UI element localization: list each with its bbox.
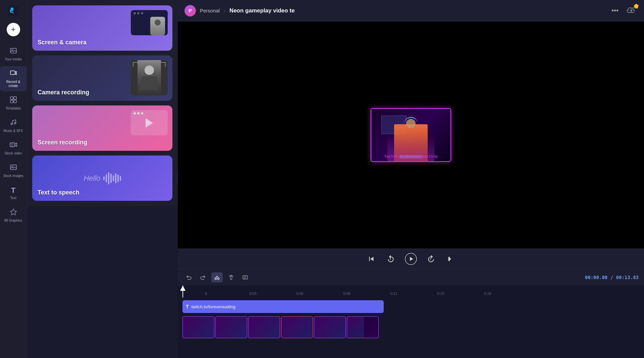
cut-button[interactable] — [211, 272, 223, 282]
svg-point-9 — [11, 123, 12, 125]
wave-bar-3 — [108, 172, 109, 184]
playback-controls: 5 5 — [178, 249, 644, 269]
skip-to-end-icon — [446, 255, 455, 263]
video-thumb-2-inner — [216, 317, 247, 338]
workspace-avatar: P — [184, 5, 196, 16]
timeline-toolbar: 00:00.00 / 00:13.83 — [178, 269, 644, 285]
svg-text:C: C — [10, 8, 13, 14]
video-thumb-5[interactable] — [314, 316, 346, 338]
svg-rect-2 — [10, 48, 16, 53]
skip-to-end-button[interactable] — [444, 253, 457, 265]
video-thumb-4[interactable] — [281, 316, 313, 338]
redo-button[interactable] — [197, 272, 209, 282]
camera-recording-label: Camera recording — [38, 89, 89, 96]
play-button[interactable] — [404, 252, 418, 266]
video-thumb-1[interactable] — [182, 316, 214, 338]
ruler-label-12: 0:12 — [390, 292, 397, 296]
caption-button[interactable] — [239, 272, 251, 282]
record-create-icon — [10, 70, 17, 79]
wave-bar-5 — [113, 175, 114, 181]
add-button[interactable]: + — [7, 23, 20, 36]
ruler-mark-12: 0:12 — [370, 292, 417, 296]
sidebar-item-stock-video[interactable]: Stock video — [0, 138, 26, 159]
timecode-total: 00:13.83 — [616, 275, 639, 280]
rewind-button[interactable]: 5 — [384, 253, 397, 265]
svg-point-22 — [215, 278, 217, 279]
gaming-thumbnail: twitch.tv/foreverwaiting — [371, 108, 451, 162]
video-preview: twitch.tv/foreverwaiting — [178, 21, 644, 249]
templates-icon — [10, 96, 17, 105]
playhead-head — [180, 285, 185, 291]
delete-icon — [228, 274, 234, 280]
record-create-panel: Screen & camera Camera recording — [27, 0, 178, 206]
play-icon — [405, 253, 417, 265]
skip-to-start-button[interactable] — [365, 253, 378, 265]
person-head — [155, 19, 161, 26]
undo-button[interactable] — [183, 272, 195, 282]
project-title: Neon gameplay video te — [229, 7, 605, 14]
stock-images-icon — [10, 164, 17, 173]
sidebar-item-templates[interactable]: Templates — [0, 93, 26, 114]
video-thumb-3[interactable] — [248, 316, 280, 338]
screen-recording-preview — [131, 110, 168, 135]
stock-video-label: Stock video — [5, 151, 22, 155]
text-label: Text — [10, 196, 16, 200]
ruler-label-9: 0:09 — [343, 292, 350, 296]
text-track-icon: T — [186, 304, 189, 309]
sidebar-item-graphics[interactable]: 88 Graphics — [0, 205, 26, 226]
ruler-label-15: 0:15 — [437, 292, 444, 296]
playhead[interactable] — [182, 285, 183, 298]
cloud-save-button[interactable] — [625, 5, 637, 16]
svg-marker-16 — [10, 209, 16, 215]
screen-camera-card[interactable]: Screen & camera — [32, 5, 172, 51]
sidebar-item-music-sfx[interactable]: Music & SFX — [0, 115, 26, 136]
svg-point-15 — [12, 166, 13, 167]
more-options-button[interactable]: ••• — [609, 5, 621, 16]
wave-bar-6 — [115, 173, 116, 183]
text-track[interactable]: T twitch.tv/foreverwaiting — [182, 300, 384, 313]
delete-button[interactable] — [225, 272, 237, 282]
record-create-label: Record &create — [6, 80, 20, 88]
sidebar-item-your-media[interactable]: Your media — [0, 44, 26, 65]
panel-wrapper: Screen & camera Camera recording — [27, 0, 178, 358]
ruler-label-18: 0:18 — [484, 292, 491, 296]
dot-2 — [137, 12, 140, 14]
your-media-icon — [10, 47, 17, 56]
logo-area: C — [7, 4, 20, 17]
sr-window-dots — [133, 112, 143, 115]
camera-recording-card[interactable]: Camera recording — [32, 55, 172, 101]
screen-camera-label: Screen & camera — [38, 39, 87, 46]
main-content: P Personal › Neon gameplay video te ••• — [178, 0, 644, 358]
thumbnail-content — [371, 109, 450, 161]
screen-recording-card[interactable]: Screen recording — [32, 105, 172, 151]
text-to-speech-card[interactable]: Hello Text to speech — [32, 155, 172, 201]
wave-bar-1 — [103, 176, 105, 180]
timeline-area: 00:00.00 / 00:13.83 0 0:03 0:06 — [178, 269, 644, 358]
thumbnail-url: twitch.tv/foreverwaiting — [384, 154, 438, 159]
sidebar-item-text[interactable]: T Text — [0, 183, 26, 204]
fast-forward-button[interactable]: 5 — [425, 253, 437, 265]
ruler-mark-6: 0:06 — [276, 292, 323, 296]
screen-recording-label: Screen recording — [38, 139, 87, 146]
icon-sidebar: C + Your media Record &create — [0, 0, 27, 358]
rewind-icon: 5 — [386, 255, 395, 263]
video-thumb-2[interactable] — [215, 316, 247, 338]
cam-person-body — [141, 76, 158, 90]
cloud-icon — [627, 6, 636, 14]
text-track-label: twitch.tv/foreverwaiting — [192, 304, 236, 309]
fast-forward-icon: 5 — [427, 255, 435, 263]
sidebar-item-stock-images[interactable]: Stock images — [0, 160, 26, 181]
play-triangle-icon — [146, 118, 153, 128]
video-thumb-6[interactable] — [347, 316, 379, 338]
video-thumb-5-inner — [314, 317, 345, 338]
skip-to-start-icon — [367, 255, 376, 263]
stock-images-label: Stock images — [3, 174, 23, 178]
video-track — [182, 316, 644, 338]
ruler-marks: 0 0:03 0:06 0:09 0:12 0:15 0:18 — [182, 292, 511, 296]
corner-tl — [133, 62, 138, 67]
svg-rect-5 — [10, 97, 13, 99]
window-dots — [133, 12, 143, 14]
tts-hello-text: Hello — [84, 174, 100, 183]
svg-rect-11 — [10, 143, 15, 147]
sidebar-item-record-create[interactable]: Record &create — [0, 66, 26, 91]
